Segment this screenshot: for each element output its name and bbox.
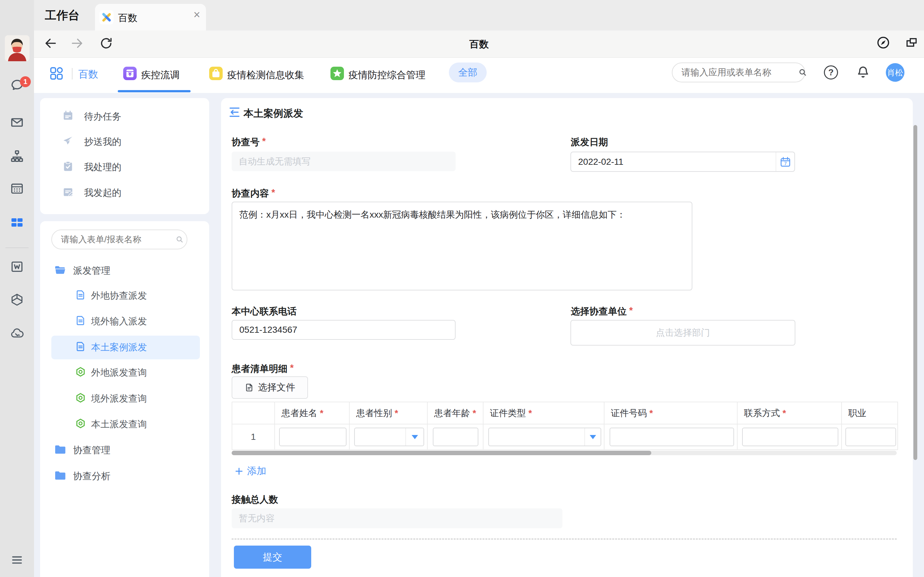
nav-tab-all[interactable]: 全部 [449, 63, 487, 82]
form-tree-panel: 派发管理 外地协查派发 境外输入派发 本土案例派发 外地派发查询 境外派发查询 … [40, 221, 209, 577]
user-avatar-image[interactable] [5, 35, 29, 61]
dropdown-zone[interactable] [405, 428, 423, 446]
app-icon-jikong: ¥ [123, 67, 137, 80]
patient-age-input[interactable] [433, 428, 478, 446]
table-hscrollbar-track[interactable] [232, 451, 897, 455]
compass-discover-icon[interactable] [876, 35, 891, 51]
tree-folder-xiechafenxi[interactable]: 协查分析 [40, 467, 209, 485]
query-hex-icon [75, 366, 86, 380]
note-edit-icon [61, 185, 74, 201]
query-hex-icon [75, 418, 86, 432]
sidebar-item-label: 我发起的 [84, 187, 121, 199]
active-app-tab[interactable]: 百数 × [95, 4, 206, 31]
cell-occupation [842, 424, 897, 450]
svg-text:¥: ¥ [128, 71, 132, 77]
col-header-occupation: 职业 [842, 402, 897, 424]
contact-input[interactable] [742, 428, 838, 446]
tree-item-bentuchaxun[interactable]: 本土派发查询 [40, 416, 209, 434]
org-chart-icon[interactable] [10, 149, 24, 163]
col-header-idno: 证件号码* [604, 402, 738, 424]
sidebar-item-cc[interactable]: 抄送我的 [40, 133, 209, 151]
submit-button[interactable]: 提交 [234, 546, 311, 569]
sidebar-menu-panel: 待办任务 抄送我的 我处理的 我发起的 [40, 98, 209, 214]
tree-search-input[interactable] [52, 234, 175, 245]
tree-item-waidichaxun[interactable]: 外地派发查询 [40, 364, 209, 382]
doc-file-icon [75, 289, 86, 303]
cube-box-icon[interactable] [10, 292, 24, 307]
tree-label: 本土派发查询 [91, 418, 147, 431]
field-label-dispatch-date: 派发日期 [571, 136, 608, 149]
tab-close-icon[interactable]: × [194, 9, 200, 21]
tree-label: 协查管理 [73, 444, 110, 457]
col-header-idtype: 证件类型* [483, 402, 604, 424]
file-icon [244, 383, 254, 392]
tree-item-jingwaishuru[interactable]: 境外输入派发 [40, 313, 209, 330]
assist-no-input[interactable] [232, 152, 456, 171]
sidebar-item-processed[interactable]: 我处理的 [40, 158, 209, 176]
nav-tab-yiqingjiance[interactable]: 疫情检测信息收集 [227, 69, 304, 82]
app-search-input[interactable] [672, 67, 798, 78]
id-number-input[interactable] [610, 428, 734, 446]
calendar-icon[interactable] [10, 181, 24, 196]
form-panel: 本土案例派发 协查号* 派发日期 2022-02-11 7 协查内容* 范例：x… [221, 98, 913, 577]
col-header-index [232, 402, 275, 424]
field-label-contact-total: 接触总人数 [232, 493, 278, 506]
word-doc-icon[interactable] [10, 259, 24, 274]
page-vscrollbar-thumb[interactable] [913, 125, 917, 460]
id-type-select[interactable] [488, 428, 601, 446]
app-search-box[interactable] [672, 63, 805, 82]
doc-file-icon [75, 315, 86, 329]
left-rail: 1 [0, 0, 34, 577]
contact-total-input[interactable] [232, 508, 562, 528]
apps-grid-icon[interactable] [49, 66, 64, 82]
center-phone-input[interactable] [232, 320, 456, 340]
sidebar-item-todo[interactable]: 待办任务 [40, 108, 209, 126]
cloud-call-icon[interactable] [10, 326, 24, 341]
date-picker-zone[interactable]: 7 [776, 152, 795, 171]
workbench-grid-icon[interactable] [10, 215, 24, 230]
choose-file-button[interactable]: 选择文件 [232, 376, 308, 399]
assist-content-textarea[interactable]: 范例：x月xx日，我中心检测一名xxx新冠病毒核酸结果为阳性，该病例位于你区，详… [232, 201, 692, 290]
title-strip: 工作台 百数 × [34, 0, 924, 31]
sidebar-item-initiated[interactable]: 我发起的 [40, 184, 209, 202]
calendar-picker-icon: 7 [779, 156, 792, 168]
nav-tab-jikongliudiao[interactable]: 疾控流调 [141, 69, 180, 82]
patient-name-input[interactable] [279, 428, 347, 446]
open-in-window-icon[interactable] [904, 36, 919, 52]
help-icon[interactable]: ? [824, 65, 838, 79]
collapse-back-icon[interactable] [228, 105, 242, 121]
mail-icon[interactable] [10, 115, 24, 130]
dispatch-date-value: 2022-02-11 [578, 157, 624, 167]
tree-item-bentuanli-selected[interactable]: 本土案例派发 [40, 338, 209, 356]
field-label-patient-list: 患者清单明细* [232, 363, 294, 376]
user-avatar-badge[interactable]: 肖松 [886, 63, 905, 82]
occupation-input[interactable] [845, 428, 896, 446]
tree-folder-xiechaguanli[interactable]: 协查管理 [40, 442, 209, 459]
col-header-age: 患者年龄* [428, 402, 483, 424]
table-hscrollbar-thumb[interactable] [232, 451, 651, 455]
nav-divider [72, 68, 73, 79]
clipboard-check-icon [61, 160, 74, 175]
add-row-button[interactable]: 添加 [234, 464, 266, 478]
cell-name [275, 424, 350, 450]
patient-gender-select[interactable] [354, 428, 424, 446]
nav-tab-yiqingfangkong[interactable]: 疫情防控综合管理 [349, 69, 425, 82]
app-nav-bar: 百数 ¥ 疾控流调 疫情检测信息收集 疫情防控综合管理 全部 ? 肖松 [34, 58, 924, 93]
folder-open-icon [53, 263, 66, 279]
patient-table-row: 1 [232, 424, 897, 450]
nav-home-baishu[interactable]: 百数 [78, 68, 98, 81]
tree-item-waidixiecha[interactable]: 外地协查派发 [40, 287, 209, 305]
notification-bell-icon[interactable] [855, 64, 871, 81]
dropdown-zone[interactable] [585, 428, 601, 446]
sidebar-item-label: 我处理的 [84, 161, 121, 174]
tree-search-box[interactable] [51, 229, 187, 250]
tree-folder-paifaguanli[interactable]: 派发管理 [40, 262, 209, 280]
field-label-assist-unit: 选择协查单位* [571, 305, 633, 318]
assist-unit-picker[interactable]: 点击选择部门 [570, 320, 795, 346]
app-icon-yiqingjiance [209, 67, 223, 80]
menu-hamburger-icon[interactable] [10, 552, 24, 567]
col-header-gender: 患者性别* [350, 402, 428, 424]
dispatch-date-field[interactable]: 2022-02-11 7 [570, 152, 795, 172]
tree-item-jingwaichaxun[interactable]: 境外派发查询 [40, 390, 209, 408]
tree-label: 外地协查派发 [91, 290, 147, 302]
